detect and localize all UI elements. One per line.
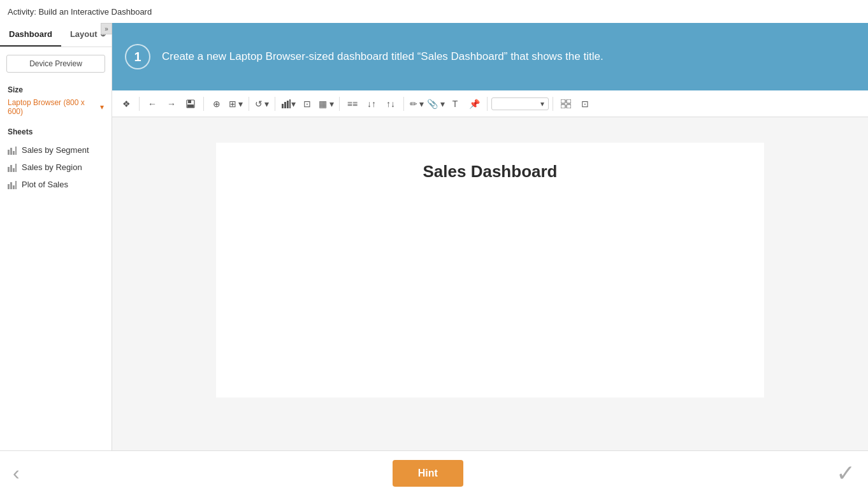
sidebar: » Dashboard Layout ⊕ Device Preview Size…	[0, 23, 112, 495]
toolbar-pin-button[interactable]: 📌	[465, 95, 483, 113]
svg-rect-13	[188, 100, 191, 103]
toolbar-sheets-button[interactable]: ⊞ ▾	[227, 95, 245, 113]
toolbar-divider-3	[249, 97, 249, 111]
svg-rect-14	[187, 104, 194, 108]
toolbar-divider-4	[275, 97, 275, 111]
svg-rect-9	[10, 182, 12, 189]
svg-rect-8	[8, 184, 10, 189]
sheet-item-sales-by-region[interactable]: Sales by Region	[0, 159, 112, 176]
toolbar-pen-button[interactable]: ✏ ▾	[408, 95, 426, 113]
svg-rect-22	[567, 104, 571, 108]
toolbar-refresh-button[interactable]: ↺ ▾	[253, 95, 271, 113]
instruction-banner: 1 Create a new Laptop Browser-sized dash…	[112, 23, 868, 90]
sheet-item-sales-by-segment[interactable]: Sales by Segment	[0, 141, 112, 159]
toolbar-divider-2	[203, 97, 204, 111]
sidebar-panel: Dashboard Layout ⊕ Device Preview Size L…	[0, 23, 112, 196]
sheet-label-sales-by-region: Sales by Region	[22, 162, 82, 172]
toolbar-back-button[interactable]: ←	[143, 95, 161, 113]
svg-rect-19	[561, 99, 565, 103]
toolbar-expand-button[interactable]: ⊡	[576, 95, 594, 113]
toolbar-save-button[interactable]	[182, 95, 199, 113]
toolbar-divider-6	[403, 97, 404, 111]
activity-label: Activity: Build an Interactive Dashboard	[8, 7, 152, 17]
svg-rect-4	[8, 167, 10, 172]
device-preview-button[interactable]: Device Preview	[6, 55, 105, 73]
toolbar-forward-button[interactable]: →	[163, 95, 180, 113]
svg-rect-15	[282, 104, 284, 108]
toolbar-divider-1	[139, 97, 140, 111]
sheet-item-plot-of-sales[interactable]: Plot of Sales	[0, 176, 112, 193]
svg-rect-1	[10, 148, 12, 155]
hint-button[interactable]: Hint	[393, 460, 463, 487]
size-section-label: Size	[0, 80, 112, 97]
svg-rect-3	[15, 147, 17, 155]
svg-rect-5	[10, 165, 12, 172]
sheet-label-sales-by-segment: Sales by Segment	[22, 145, 89, 155]
sidebar-collapse-button[interactable]: »	[101, 23, 112, 34]
next-check-button[interactable]: ✓	[836, 460, 855, 487]
toolbar-text-button[interactable]: T	[446, 95, 464, 113]
svg-rect-21	[561, 104, 565, 108]
toolbar-sort-desc-button[interactable]: ↑↓	[382, 95, 400, 113]
svg-rect-17	[287, 101, 289, 108]
toolbar-view-arrow: ▾	[540, 99, 544, 108]
toolbar-divider-7	[487, 97, 488, 111]
sheet-chart-icon-2	[8, 162, 17, 172]
toolbar-add-button[interactable]: ⊕	[208, 95, 226, 113]
svg-rect-6	[13, 168, 15, 172]
instruction-text: Create a new Laptop Browser-sized dashbo…	[162, 49, 604, 64]
activity-bar: Activity: Build an Interactive Dashboard	[0, 0, 868, 23]
toolbar-swap-button[interactable]: ▦ ▾	[317, 95, 335, 113]
sheet-chart-icon-1	[8, 145, 17, 155]
toolbar-chart-bar-button[interactable]: ▾	[279, 95, 297, 113]
sidebar-tabs: Dashboard Layout ⊕	[0, 23, 112, 47]
svg-rect-2	[13, 151, 15, 155]
toolbar-grid-icon[interactable]: ❖	[117, 95, 135, 113]
size-dropdown[interactable]: Laptop Browser (800 x 600) ▾	[0, 97, 112, 122]
tab-dashboard[interactable]: Dashboard	[0, 23, 61, 47]
instruction-number: 1	[125, 44, 150, 69]
toolbar-duplicate-button[interactable]: ⊡	[298, 95, 316, 113]
main-content: Sales Dashboard	[112, 117, 868, 495]
prev-button[interactable]: ‹	[13, 461, 20, 485]
sheets-section-label: Sheets	[0, 122, 112, 139]
svg-rect-18	[289, 99, 291, 108]
svg-rect-7	[15, 164, 17, 172]
bottom-navigation: ‹ Hint ✓	[0, 450, 868, 495]
svg-rect-10	[13, 185, 15, 189]
dashboard-title: Sales Dashboard	[423, 162, 558, 182]
toolbar-grid-lines-button[interactable]: ≡≡	[344, 95, 361, 113]
toolbar-divider-5	[339, 97, 340, 111]
toolbar-layout-view-button[interactable]	[557, 95, 575, 113]
toolbar-annotation-button[interactable]: 📎 ▾	[427, 95, 445, 113]
sheet-chart-icon-3	[8, 180, 17, 189]
svg-rect-16	[284, 102, 286, 108]
toolbar: ❖ ← → ⊕ ⊞ ▾ ↺ ▾ ▾ ⊡ ▦ ▾ ≡≡ ↓↑ ↑↓ ✏ ▾ 📎 ▾…	[112, 90, 868, 117]
toolbar-view-dropdown[interactable]: ▾	[491, 97, 549, 110]
svg-rect-0	[8, 150, 10, 155]
toolbar-divider-8	[553, 97, 553, 111]
toolbar-sort-asc-button[interactable]: ↓↑	[363, 95, 380, 113]
svg-rect-20	[567, 99, 571, 103]
sheet-label-plot-of-sales: Plot of Sales	[22, 180, 68, 189]
size-dropdown-arrow: ▾	[100, 103, 104, 111]
sheets-list: Sales by Segment Sales by Region	[0, 139, 112, 196]
dashboard-canvas: Sales Dashboard	[216, 143, 764, 398]
svg-rect-11	[15, 181, 17, 189]
